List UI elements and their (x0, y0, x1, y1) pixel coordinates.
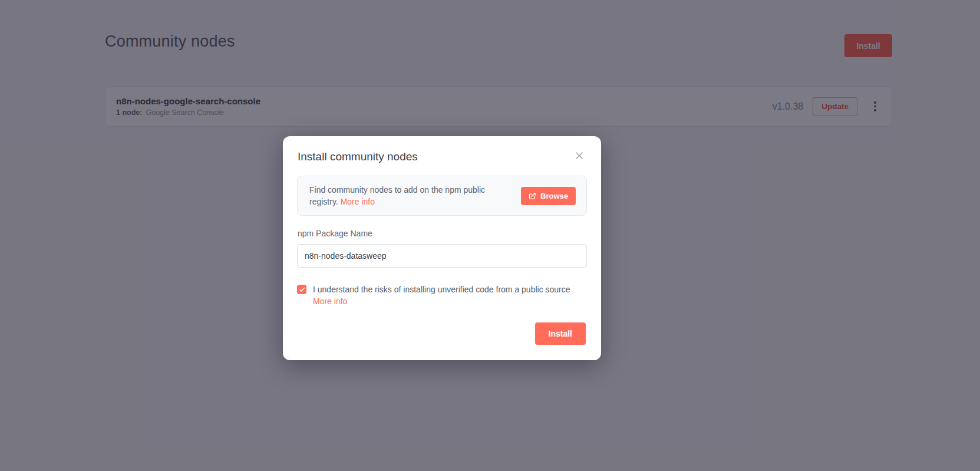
install-community-nodes-modal: Install community nodes Find community n… (283, 136, 601, 360)
npm-package-name-input[interactable] (297, 244, 587, 268)
callout-text: Find community nodes to add on the npm p… (309, 184, 505, 208)
risk-more-info-link[interactable]: More info (313, 297, 347, 306)
n8n-community-nodes-screen: Community nodes Install n8n-nodes-google… (0, 0, 980, 471)
browse-callout: Find community nodes to add on the npm p… (297, 176, 587, 216)
modal-title: Install community nodes (298, 150, 418, 163)
npm-package-name-label: npm Package Name (298, 229, 372, 238)
callout-more-info-link[interactable]: More info (341, 197, 375, 206)
risk-checkbox-text: I understand the risks of installing unv… (313, 284, 587, 307)
close-button[interactable] (573, 149, 586, 162)
browse-button[interactable]: Browse (521, 187, 576, 205)
risk-acknowledgement-row: I understand the risks of installing unv… (297, 284, 587, 307)
close-icon (575, 151, 584, 160)
risk-checkbox-label: I understand the risks of installing unv… (313, 284, 587, 296)
browse-button-label: Browse (540, 192, 568, 200)
callout-message: Find community nodes to add on the npm p… (309, 185, 485, 206)
risk-checkbox[interactable] (297, 285, 306, 294)
install-button-modal[interactable]: Install (535, 322, 586, 345)
external-link-icon (529, 192, 536, 200)
check-icon (299, 286, 305, 293)
